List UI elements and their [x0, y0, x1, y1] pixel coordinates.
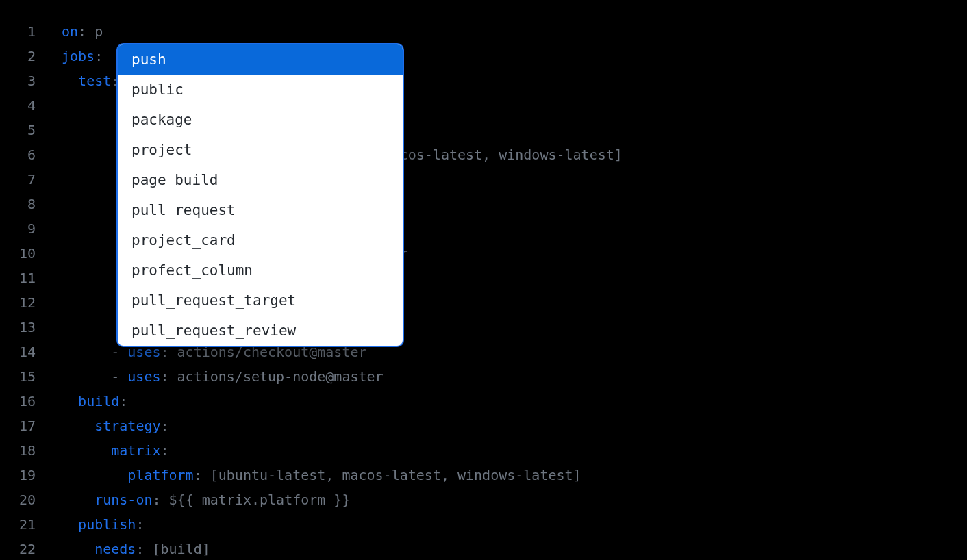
code-line[interactable]: 15 - uses: actions/setup-node@master: [0, 364, 967, 389]
yaml-value: : [ubuntu-latest, macos-latest, windows-…: [194, 467, 581, 483]
code-content[interactable]: jobs:: [62, 44, 103, 68]
yaml-value: :: [161, 442, 169, 459]
line-number: 10: [0, 241, 62, 266]
line-number: 6: [0, 142, 62, 167]
code-content[interactable]: strategy:: [62, 413, 169, 438]
yaml-key: on: [62, 23, 78, 40]
yaml-value: [62, 270, 78, 286]
yaml-key: test: [78, 73, 111, 89]
line-number: 18: [0, 438, 62, 463]
yaml-key: runs-on: [95, 492, 152, 508]
line-number: 9: [0, 216, 62, 241]
yaml-value: [62, 467, 127, 483]
code-line[interactable]: 20 runs-on: ${{ matrix.platform }}: [0, 487, 967, 512]
yaml-value: :: [136, 516, 144, 533]
yaml-value: [62, 492, 95, 508]
code-content[interactable]: [62, 266, 78, 290]
yaml-value: :: [95, 48, 103, 64]
autocomplete-item-profect_column[interactable]: profect_column: [118, 255, 403, 285]
yaml-value: : [build]: [136, 541, 210, 557]
yaml-value: [62, 196, 95, 212]
autocomplete-item-pull_request[interactable]: pull_request: [118, 195, 403, 225]
yaml-key: uses: [127, 368, 160, 385]
yaml-key: strategy: [95, 418, 160, 434]
yaml-key: platform: [127, 467, 193, 483]
yaml-value: [62, 418, 95, 434]
code-content[interactable]: test:: [62, 68, 119, 93]
code-content[interactable]: [62, 315, 111, 340]
autocomplete-item-push[interactable]: push: [118, 44, 403, 75]
yaml-value: :: [119, 393, 127, 409]
yaml-value: [62, 319, 111, 335]
line-number: 7: [0, 167, 62, 192]
code-content[interactable]: - uses: actions/setup-node@master: [62, 364, 384, 389]
yaml-value: [62, 97, 95, 114]
yaml-value: [62, 442, 111, 459]
line-number: 3: [0, 68, 62, 93]
yaml-value: [62, 122, 111, 138]
code-content[interactable]: [62, 290, 95, 315]
line-number: 13: [0, 315, 62, 340]
code-content[interactable]: platform: [ubuntu-latest, macos-latest, …: [62, 463, 581, 487]
code-content[interactable]: runs-on: ${{ matrix.platform }}: [62, 487, 350, 512]
autocomplete-item-project_card[interactable]: project_card: [118, 225, 403, 255]
autocomplete-item-pull_request_target[interactable]: pull_request_target: [118, 285, 403, 316]
code-line[interactable]: 19 platform: [ubuntu-latest, macos-lates…: [0, 463, 967, 487]
line-number: 12: [0, 290, 62, 315]
line-number: 22: [0, 537, 62, 560]
code-content[interactable]: build:: [62, 389, 127, 413]
line-number: 1: [0, 19, 62, 44]
autocomplete-item-public[interactable]: public: [118, 75, 403, 105]
yaml-value: [62, 73, 78, 89]
line-number: 20: [0, 487, 62, 512]
autocomplete-popup[interactable]: pushpublicpackageprojectpage_buildpull_r…: [116, 43, 404, 347]
yaml-value: [62, 294, 95, 311]
line-number: 15: [0, 364, 62, 389]
yaml-value: : p: [78, 23, 103, 40]
code-line[interactable]: 1on: p: [0, 19, 967, 44]
autocomplete-item-page_build[interactable]: page_build: [118, 165, 403, 195]
line-number: 11: [0, 266, 62, 290]
yaml-key: publish: [78, 516, 136, 533]
line-number: 5: [0, 118, 62, 142]
yaml-value: -: [62, 368, 127, 385]
yaml-key: build: [78, 393, 119, 409]
code-content[interactable]: [62, 192, 95, 216]
code-content[interactable]: matrix:: [62, 438, 169, 463]
autocomplete-item-project[interactable]: project: [118, 135, 403, 165]
code-line[interactable]: 21 publish:: [0, 512, 967, 537]
autocomplete-item-pull_request_review[interactable]: pull_request_review: [118, 316, 403, 346]
line-number: 14: [0, 340, 62, 364]
line-number: 16: [0, 389, 62, 413]
line-number: 21: [0, 512, 62, 537]
yaml-value: [62, 541, 95, 557]
code-content[interactable]: on: p: [62, 19, 103, 44]
yaml-key: needs: [95, 541, 136, 557]
yaml-key: jobs: [62, 48, 95, 64]
line-number: 19: [0, 463, 62, 487]
yaml-value: [62, 516, 78, 533]
yaml-value: :: [161, 418, 169, 434]
code-content[interactable]: needs: [build]: [62, 537, 210, 560]
code-content[interactable]: [62, 118, 111, 142]
line-number: 8: [0, 192, 62, 216]
yaml-value: : actions/setup-node@master: [161, 368, 384, 385]
code-line[interactable]: 16 build:: [0, 389, 967, 413]
line-number: 17: [0, 413, 62, 438]
code-line[interactable]: 22 needs: [build]: [0, 537, 967, 560]
code-line[interactable]: 18 matrix:: [0, 438, 967, 463]
yaml-value: [62, 393, 78, 409]
autocomplete-item-package[interactable]: package: [118, 105, 403, 135]
line-number: 2: [0, 44, 62, 68]
yaml-key: matrix: [111, 442, 160, 459]
yaml-value: -: [62, 344, 127, 360]
code-content[interactable]: [62, 93, 95, 118]
code-line[interactable]: 17 strategy:: [0, 413, 967, 438]
yaml-value: : ${{ matrix.platform }}: [152, 492, 350, 508]
code-content[interactable]: publish:: [62, 512, 144, 537]
line-number: 4: [0, 93, 62, 118]
